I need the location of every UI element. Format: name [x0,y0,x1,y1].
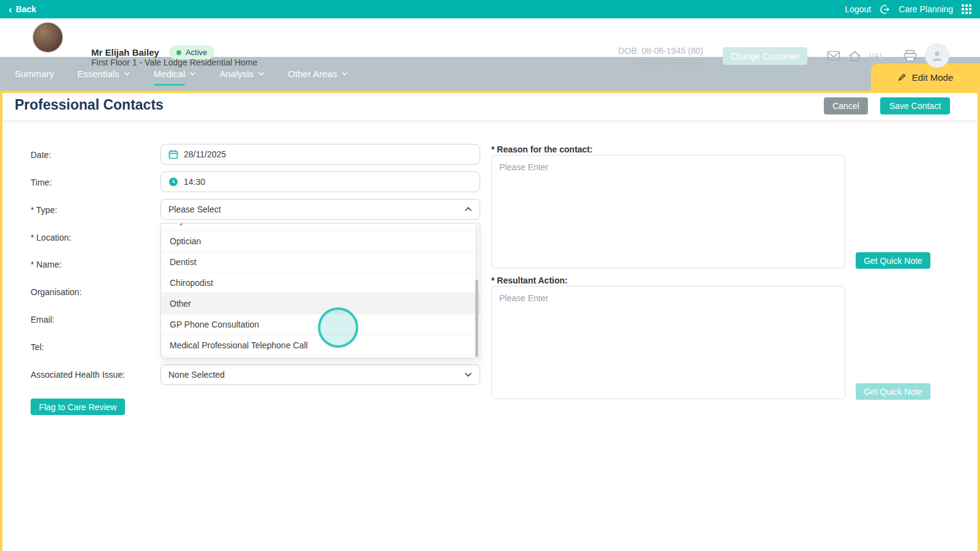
time-label: Time: [31,178,51,187]
resultant-action-label: * Resultant Action: [491,276,568,285]
nav-label: Essentials [77,69,119,79]
clock-icon [168,177,178,187]
user-avatar-icon[interactable] [925,43,949,68]
tel-label: Tel: [31,342,44,352]
health-issue-value: None Selected [168,370,225,380]
change-customer-button[interactable]: Change Customer [723,47,807,65]
logout-icon[interactable] [880,4,890,15]
dropdown-option-optician[interactable]: Optician [161,231,480,252]
health-issue-select[interactable]: None Selected [160,364,480,385]
calendar-icon [168,149,178,159]
dropdown-scrollbar-thumb[interactable] [475,280,478,357]
care-planning-app: ‹ Back Logout Care Planning Mr Elijah Ba… [0,0,980,551]
dropdown-option-psychiatrist[interactable]: Psychiatrist [161,223,480,231]
name-label: * Name: [31,260,62,269]
type-label: * Type: [31,205,57,215]
time-value: 14:30 [184,177,205,187]
nav-label: Summary [15,69,54,79]
reason-label: * Reason for the contact: [491,144,593,154]
organisation-label: Organisation: [31,287,81,297]
time-input[interactable]: 14:30 [160,171,480,192]
back-label: Back [16,4,36,14]
patient-avatar[interactable] [32,21,64,53]
type-value: Please Select [168,204,221,214]
back-button[interactable]: ‹ Back [9,4,36,15]
topbar: ‹ Back Logout Care Planning [0,0,980,18]
apps-grid-icon[interactable] [962,4,971,14]
edit-mode-label: Edit Mode [912,72,954,83]
date-value: 28/11/2025 [184,149,226,159]
dropdown-option-other[interactable]: Other [161,293,480,314]
get-quick-note-action-button[interactable]: Get Quick Note [856,383,930,400]
nav-label: Analysis [219,69,254,79]
patient-header: Mr Elijah Bailey Active First Floor 1 - … [0,18,980,57]
pencil-icon [898,73,907,81]
location-label: * Location: [31,233,71,242]
nav-label: Medical [154,69,186,79]
back-chevron-icon: ‹ [9,4,12,15]
topbar-right: Logout Care Planning [845,4,971,15]
dropdown-option-chiropodist[interactable]: Chiropodist [161,272,480,293]
email-label: Email: [31,315,55,324]
save-contact-button[interactable]: Save Contact [880,97,950,114]
cancel-button[interactable]: Cancel [824,97,868,114]
patient-dob: DOB: 08-06-1945 (80) [618,45,703,57]
dropdown-option-dentist[interactable]: Dentist [161,252,480,272]
chevron-down-icon [189,72,196,76]
type-select[interactable]: Please Select [160,199,480,220]
reason-textarea[interactable] [491,155,845,268]
patient-dates: DOB: 08-06-1945 (80) DOA: 04-11-2012 [618,45,703,69]
home-icon[interactable] [848,50,861,62]
resultant-action-textarea[interactable] [491,286,845,399]
get-quick-note-reason-button[interactable]: Get Quick Note [856,252,930,269]
status-label: Active [186,48,207,57]
health-issue-label: Associated Health Issue: [31,370,125,380]
nav-item-other-areas[interactable]: Other Areas [288,57,348,91]
chevron-down-icon [464,372,472,377]
flag-care-review-button[interactable]: Flag to Care Review [31,399,125,415]
status-dot-icon [176,50,181,55]
date-label: Date: [31,150,51,160]
header-icons: VAL [827,43,949,68]
nav-label: Other Areas [288,69,337,79]
chevron-down-icon [258,72,265,76]
chevron-down-icon [341,72,348,76]
app-title: Care Planning [899,4,953,14]
chevron-up-icon [464,207,472,212]
mail-icon[interactable] [827,50,840,61]
logout-link[interactable]: Logout [845,4,871,14]
page-title: Professional Contacts [15,97,164,113]
chevron-down-icon [124,72,130,76]
nav-item-summary[interactable]: Summary [15,57,54,91]
home-code-label: VAL [869,51,884,61]
click-indicator [318,307,358,348]
patient-name: Mr Elijah Bailey [91,47,159,58]
date-input[interactable]: 28/11/2025 [160,144,480,165]
patient-doa: DOA: 04-11-2012 [618,57,703,69]
printer-icon[interactable] [903,50,917,62]
patient-location: First Floor 1 - Vale Lodge Residential H… [91,58,257,67]
